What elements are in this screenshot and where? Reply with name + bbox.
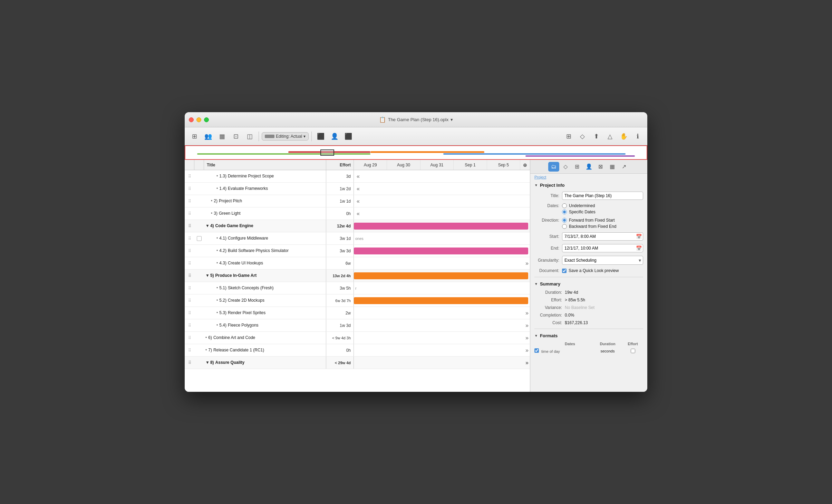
table-row[interactable]: ⠿ • 7) Release Candidate 1 (RC1) 0h » bbox=[185, 344, 530, 357]
formats-time-dur-col: seconds bbox=[596, 349, 620, 353]
table-row[interactable]: ⠿ • 5.1) Sketch Concepts (Fresh) 3w 5h r bbox=[185, 282, 530, 294]
fullscreen-button[interactable] bbox=[204, 117, 209, 122]
grid-button[interactable]: ▦ bbox=[216, 130, 228, 143]
drag-handle-5-1[interactable]: ⠿ bbox=[185, 286, 194, 291]
editing-mode-selector[interactable]: Editing: Actual ▾ bbox=[262, 132, 309, 140]
publish-button[interactable]: ⬆ bbox=[590, 130, 602, 143]
task-left-5-3: ⠿ • 5.3) Render Pixel Sprites bbox=[185, 307, 326, 319]
title-input[interactable] bbox=[562, 192, 643, 200]
rp-resource-btn[interactable]: ⊞ bbox=[572, 162, 583, 172]
table-row[interactable]: ⠿ • 5.2) Create 2D Mockups 6w 3d 7h bbox=[185, 294, 530, 307]
task-title-text-4-3: Create UI Hookups bbox=[228, 261, 263, 266]
rp-person-btn[interactable]: 👤 bbox=[583, 162, 594, 172]
rp-diamond-btn[interactable]: ◇ bbox=[560, 162, 571, 172]
effort-5: 13w 2d 4h bbox=[326, 270, 354, 282]
drag-handle-1-4[interactable]: ⠿ bbox=[185, 186, 194, 191]
table-row[interactable]: ⠿ • 6) Combine Art and Code < 9w 4d 3h » bbox=[185, 332, 530, 344]
drag-handle-5-3[interactable]: ⠿ bbox=[185, 311, 194, 316]
overview-cursor[interactable] bbox=[320, 149, 334, 156]
drag-handle-5-4[interactable]: ⠿ bbox=[185, 323, 194, 328]
drag-handle-8[interactable]: ⠿ bbox=[185, 360, 194, 365]
table-row[interactable]: ⠿ • 5.4) Fleece Polygons 1w 3d » bbox=[185, 319, 530, 332]
table-row[interactable]: ⠿ ▼ 5) Produce In-Game Art 13w 2d 4h bbox=[185, 270, 530, 282]
table-view-button[interactable]: ⊞ bbox=[562, 130, 575, 143]
layout-button[interactable]: ◫ bbox=[243, 130, 256, 143]
rp-table-btn[interactable]: ▦ bbox=[607, 162, 618, 172]
table-row[interactable]: ⠿ • 1.4) Evaluate Frameworks 1w 2d « bbox=[185, 183, 530, 195]
arrow-left-2: « bbox=[357, 198, 360, 204]
summary-duration-row: Duration: 19w 4d bbox=[530, 289, 647, 296]
drag-handle-1-3[interactable]: ⠿ bbox=[185, 174, 194, 179]
gantt-5-3: » bbox=[354, 307, 530, 319]
project-info-section-header[interactable]: ▼ Project Info bbox=[530, 181, 647, 190]
drag-handle-5-2[interactable]: ⠿ bbox=[185, 298, 194, 303]
gantt-6: » bbox=[354, 332, 530, 344]
document-checkbox-wrapper: Save a Quick Look preview bbox=[562, 268, 619, 273]
view-right-button[interactable]: ⬛ bbox=[342, 130, 355, 143]
close-button[interactable] bbox=[189, 117, 194, 122]
table-row[interactable]: ⠿ • 4.1) Configure Middleware 3w 1d ones bbox=[185, 232, 530, 245]
gantt-4-2 bbox=[354, 245, 530, 257]
direction-forward-option[interactable]: Forward from Fixed Start bbox=[562, 218, 616, 223]
expand-4[interactable]: ▼ bbox=[205, 223, 210, 229]
drag-handle-2[interactable]: ⠿ bbox=[185, 199, 194, 204]
drag-handle-7[interactable]: ⠿ bbox=[185, 348, 194, 353]
rp-split-btn[interactable]: ⊠ bbox=[595, 162, 606, 172]
breadcrumb-text[interactable]: Project bbox=[534, 175, 546, 179]
network-button[interactable]: ⊡ bbox=[230, 130, 242, 143]
formats-time-dates-checkbox[interactable] bbox=[534, 348, 539, 353]
zoom-button[interactable]: ⊕ bbox=[520, 160, 530, 170]
drag-handle-4[interactable]: ⠿ bbox=[185, 224, 194, 229]
resource-button[interactable]: ◇ bbox=[576, 130, 589, 143]
rp-project-btn[interactable]: 🗂 bbox=[548, 162, 559, 172]
summary-section-header[interactable]: ▼ Summary bbox=[530, 279, 647, 289]
dates-undetermined-radio[interactable] bbox=[562, 203, 567, 208]
end-calendar-button[interactable]: 📅 bbox=[636, 245, 642, 251]
expand-5[interactable]: ▼ bbox=[205, 273, 210, 279]
table-row[interactable]: ⠿ ▼ 8) Assure Quality < 29w 4d » bbox=[185, 357, 530, 369]
overview-bar[interactable] bbox=[185, 145, 647, 160]
rp-export-btn[interactable]: ↗ bbox=[619, 162, 630, 172]
triangle-button[interactable]: △ bbox=[604, 130, 616, 143]
expand-8[interactable]: ▼ bbox=[205, 360, 210, 366]
direction-backward-radio[interactable] bbox=[562, 224, 567, 229]
drag-handle-4-1[interactable]: ⠿ bbox=[185, 236, 194, 241]
table-row[interactable]: ⠿ ▼ 4) Code Game Engine 12w 4d bbox=[185, 220, 530, 232]
direction-forward-radio[interactable] bbox=[562, 218, 567, 223]
task-left-2: ⠿ • 2) Project Pitch bbox=[185, 195, 326, 207]
minimize-button[interactable] bbox=[196, 117, 201, 122]
task-title-text-4-2: Build Software Physics Simulator bbox=[228, 248, 289, 254]
direction-backward-option[interactable]: Backward from Fixed End bbox=[562, 224, 616, 229]
check-4-1 bbox=[194, 236, 204, 241]
table-row[interactable]: ⠿ • 3) Green Light 0h « bbox=[185, 207, 530, 220]
view-person-button[interactable]: 👤 bbox=[328, 130, 341, 143]
drag-handle-5[interactable]: ⠿ bbox=[185, 273, 194, 278]
start-calendar-button[interactable]: 📅 bbox=[636, 234, 642, 239]
stop-button[interactable]: ✋ bbox=[618, 130, 630, 143]
formats-section-header[interactable]: ▼ Formats bbox=[530, 331, 647, 340]
start-input[interactable] bbox=[562, 232, 643, 241]
drag-handle-4-2[interactable]: ⠿ bbox=[185, 249, 194, 253]
drag-handle-6[interactable]: ⠿ bbox=[185, 336, 194, 340]
view-left-button[interactable]: ⬛ bbox=[315, 130, 327, 143]
table-row[interactable]: ⠿ • 2) Project Pitch 1w 1d « bbox=[185, 195, 530, 207]
end-input[interactable] bbox=[562, 244, 643, 252]
dates-undetermined-option[interactable]: Undetermined bbox=[562, 203, 596, 208]
info-button[interactable]: ℹ bbox=[631, 130, 644, 143]
note-5-1: r bbox=[355, 286, 357, 290]
table-row[interactable]: ⠿ • 1.3) Determine Project Scope 3d « bbox=[185, 170, 530, 183]
table-row[interactable]: ⠿ • 5.3) Render Pixel Sprites 2w » bbox=[185, 307, 530, 319]
dates-specific-radio[interactable] bbox=[562, 210, 567, 214]
drag-handle-4-3[interactable]: ⠿ bbox=[185, 261, 194, 266]
main-content: Title Effort Aug 29 Aug 30 Aug 31 Sep 1 … bbox=[185, 160, 647, 392]
formats-time-eff-checkbox[interactable] bbox=[631, 349, 635, 353]
document-checkbox[interactable] bbox=[562, 269, 567, 273]
dates-specific-option[interactable]: Specific Dates bbox=[562, 210, 596, 214]
granularity-select[interactable]: Exact Scheduling Day Scheduling Week Sch… bbox=[562, 256, 643, 265]
people-button[interactable]: 👥 bbox=[202, 130, 214, 143]
sidebar-toggle-button[interactable]: ⊞ bbox=[188, 130, 201, 143]
overview-bar-5 bbox=[525, 155, 635, 157]
drag-handle-3[interactable]: ⠿ bbox=[185, 211, 194, 216]
table-row[interactable]: ⠿ • 4.2) Build Software Physics Simulato… bbox=[185, 245, 530, 257]
table-row[interactable]: ⠿ • 4.3) Create UI Hookups 6w » bbox=[185, 257, 530, 270]
